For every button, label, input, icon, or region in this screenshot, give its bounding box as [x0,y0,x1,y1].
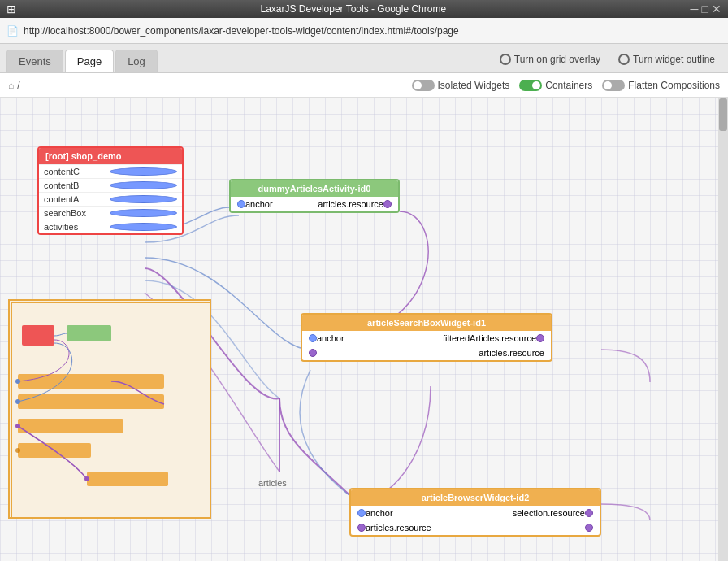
grid-overlay-button[interactable]: Turn on grid overlay [493,51,607,67]
svg-rect-1 [67,325,111,341]
port-activity-left[interactable] [237,200,245,208]
port-searchBox[interactable] [110,209,177,217]
scrollbar-vertical[interactable] [718,98,728,561]
port-browser-articles-right[interactable] [585,524,593,532]
title-bar: ⊞ LaxarJS Developer Tools - Google Chrom… [0,0,728,18]
svg-rect-4 [18,419,124,433]
node-row-activities: activities [39,220,182,233]
svg-rect-2 [18,374,164,389]
minimize-button[interactable]: ─ [691,2,699,15]
node-row-contentC: contentC [39,164,182,178]
node-browser-row2: articles.resource [351,520,600,535]
home-icon[interactable]: ⌂ [8,80,14,91]
breadcrumb-separator: / [17,80,20,91]
widget-outline-label: Turn widget outline [633,54,715,65]
grid-icon [500,54,511,65]
title-bar-controls[interactable]: ─ □ ✕ [691,2,722,15]
node-search-header: articleSearchBoxWidget-id1 [302,315,551,331]
containers-toggle-icon [519,80,542,91]
node-search[interactable]: articleSearchBoxWidget-id1 anchor filter… [301,313,552,362]
svg-rect-0 [22,325,54,346]
node-browser[interactable]: articleBrowserWidget-id2 anchor selectio… [349,488,601,537]
port-search-anchor-left[interactable] [309,334,317,342]
port-contentA[interactable] [110,195,177,203]
node-browser-header: articleBrowserWidget-id2 [351,489,600,506]
svg-point-9 [15,399,20,404]
isolated-widgets-label: Isolated Widgets [438,80,510,91]
title-bar-title: LaxarJS Developer Tools - Google Chrome [16,3,691,15]
flatten-toggle[interactable]: Flatten Compositions [602,80,720,91]
tab-page[interactable]: Page [65,50,114,72]
port-browser-selection-right[interactable] [585,509,593,517]
svg-point-8 [15,379,20,384]
isolated-widgets-toggle-icon [412,80,435,91]
isolated-widgets-toggle[interactable]: Isolated Widgets [412,80,510,91]
port-contentC[interactable] [110,167,177,176]
toolbar-right: Turn on grid overlay Turn widget outline [493,51,722,72]
canvas-area[interactable]: [root] shop_demo contentC contentB conte… [0,98,728,561]
page-icon: 📄 [6,25,19,37]
scrollbar-thumb[interactable] [719,98,727,131]
port-contentB[interactable] [110,181,177,189]
address-bar: 📄 http://localhost:8000/bower_components… [0,18,728,44]
node-browser-row1: anchor selection.resource [351,506,600,520]
svg-point-11 [15,448,20,453]
node-row-searchBox: searchBox [39,206,182,220]
node-activity[interactable]: dummyArticlesActivity-id0 anchor article… [229,179,400,213]
svg-point-12 [84,476,89,481]
node-activity-header: dummyArticlesActivity-id0 [231,180,398,197]
flatten-toggle-icon [602,80,625,91]
port-browser-anchor-left[interactable] [358,509,366,517]
widget-outline-button[interactable]: Turn widget outline [612,51,722,67]
grid-overlay-label: Turn on grid overlay [514,54,600,65]
url-text[interactable]: http://localhost:8000/bower_components/l… [24,25,459,37]
svg-rect-3 [18,394,164,409]
port-activity-right[interactable] [384,200,392,208]
visibility-controls: Isolated Widgets Containers Flatten Comp… [412,80,720,91]
breadcrumb-bar: ⌂ / Isolated Widgets Containers Flatten … [0,73,728,98]
flatten-label: Flatten Compositions [628,80,720,91]
node-search-row2: articles.resource [302,346,551,360]
port-browser-articles-left[interactable] [358,524,366,532]
port-search-filtered-right[interactable] [536,334,544,342]
node-row-contentA: contentA [39,192,182,206]
containers-toggle[interactable]: Containers [519,80,592,91]
minimap-svg [10,301,211,519]
maximize-button[interactable]: □ [702,2,708,15]
outline-icon [618,54,630,65]
articles-label: articles [258,478,287,488]
containers-label: Containers [545,80,592,91]
close-button[interactable]: ✕ [712,2,722,15]
node-search-row1: anchor filteredArticles.resource [302,331,551,346]
node-activity-row: anchor articles.resource [231,197,398,211]
port-activities[interactable] [110,223,177,231]
tab-log[interactable]: Log [115,50,158,72]
title-bar-icon: ⊞ [6,2,16,15]
breadcrumb: ⌂ / [8,80,20,91]
tab-events[interactable]: Events [6,50,63,72]
node-root[interactable]: [root] shop_demo contentC contentB conte… [37,146,184,235]
port-search-articles-left[interactable] [309,349,317,357]
svg-point-10 [15,424,20,428]
node-row-contentB: contentB [39,178,182,192]
minimap[interactable] [8,299,211,519]
node-root-header: [root] shop_demo [39,148,182,164]
tabs-bar: Events Page Log Turn on grid overlay Tur… [0,44,728,73]
svg-rect-6 [87,472,168,486]
